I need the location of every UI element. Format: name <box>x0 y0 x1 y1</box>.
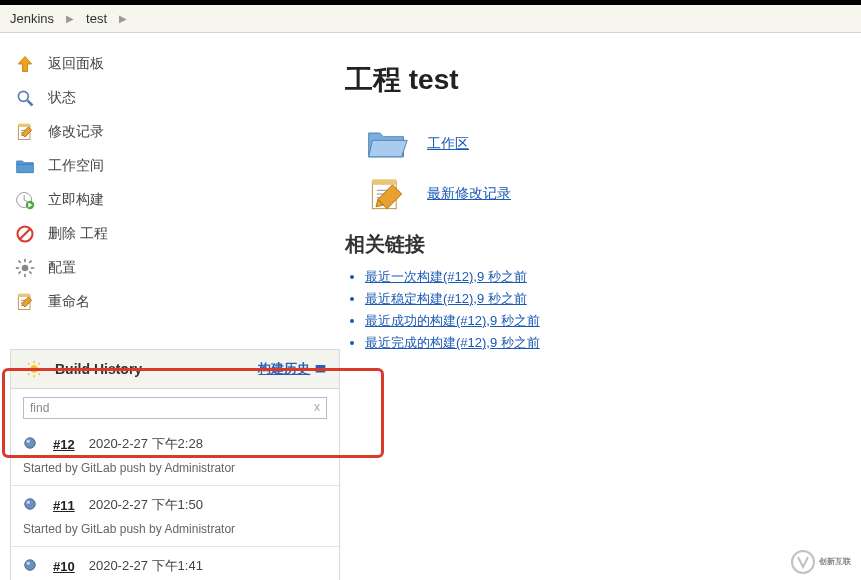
sidebar-item-configure[interactable]: 配置 <box>10 251 345 285</box>
svg-point-8 <box>22 265 29 272</box>
changes-link[interactable]: 最新修改记录 <box>427 185 511 203</box>
svg-line-1 <box>28 101 33 106</box>
folder-open-icon <box>365 125 409 163</box>
sidebar-item-label: 修改记录 <box>48 123 104 141</box>
status-ball-icon <box>23 558 39 574</box>
svg-line-7 <box>20 229 30 239</box>
sidebar-item-label: 返回面板 <box>48 55 104 73</box>
sidebar-item-changes[interactable]: 修改记录 <box>10 115 345 149</box>
sun-icon <box>23 358 45 380</box>
svg-rect-16 <box>18 271 22 275</box>
svg-rect-15 <box>29 260 33 264</box>
svg-line-25 <box>39 374 41 376</box>
svg-point-30 <box>25 499 36 510</box>
magnifier-icon <box>14 87 36 109</box>
svg-line-27 <box>28 374 30 376</box>
svg-rect-9 <box>24 259 26 262</box>
build-history-trend-link[interactable]: 构建历史 〓 <box>258 360 327 378</box>
sidebar-item-label: 配置 <box>48 259 76 277</box>
svg-point-29 <box>27 440 31 444</box>
sidebar-item-delete[interactable]: 删除 工程 <box>10 217 345 251</box>
sidebar-item-label: 立即构建 <box>48 191 104 209</box>
clock-play-icon <box>14 189 36 211</box>
related-links-section: 相关链接 最近一次构建(#12),9 秒之前 最近稳定构建(#12),9 秒之前… <box>345 231 841 354</box>
workspace-link[interactable]: 工作区 <box>427 135 469 153</box>
breadcrumb-item[interactable]: test <box>86 11 107 26</box>
build-number-link[interactable]: #11 <box>53 498 75 513</box>
folder-icon <box>14 155 36 177</box>
breadcrumb: Jenkins ▶ test ▶ <box>0 5 861 33</box>
changes-link-row[interactable]: 最新修改记录 <box>365 175 841 213</box>
build-cause: Started by GitLab push by Administrator <box>23 518 327 540</box>
chevron-right-icon: ▶ <box>119 13 127 24</box>
sidebar-item-label: 工作空间 <box>48 157 104 175</box>
related-link-item[interactable]: 最近一次构建(#12),9 秒之前 <box>365 266 841 288</box>
build-history-search[interactable]: find x <box>23 397 327 419</box>
main-content: 工程 test 工作区 最新修改记录 相关链接 <box>345 33 861 580</box>
gear-icon <box>14 257 36 279</box>
sidebar-item-status[interactable]: 状态 <box>10 81 345 115</box>
notepad-edit-icon <box>365 175 409 213</box>
sidebar-item-build-now[interactable]: 立即构建 <box>10 183 345 217</box>
svg-line-24 <box>28 363 30 365</box>
clear-search-icon[interactable]: x <box>314 400 320 414</box>
footer-brand: 创新互联 <box>791 550 851 574</box>
sidebar-item-label: 重命名 <box>48 293 90 311</box>
build-row[interactable]: #11 2020-2-27 下午1:50 Started by GitLab p… <box>11 486 339 547</box>
footer-brand-text: 创新互联 <box>819 558 851 566</box>
workspace-link-row[interactable]: 工作区 <box>365 125 841 163</box>
build-number-link[interactable]: #10 <box>53 559 75 574</box>
svg-rect-35 <box>372 179 396 185</box>
svg-point-28 <box>25 438 36 449</box>
no-entry-icon <box>14 223 36 245</box>
build-timestamp: 2020-2-27 下午1:41 <box>89 557 203 575</box>
svg-point-19 <box>30 365 38 373</box>
up-arrow-icon <box>14 53 36 75</box>
breadcrumb-item[interactable]: Jenkins <box>10 11 54 26</box>
svg-point-31 <box>27 501 31 505</box>
svg-rect-11 <box>16 267 19 269</box>
sidebar-item-rename[interactable]: 重命名 <box>10 285 345 319</box>
build-history-header: Build History 构建历史 〓 <box>11 350 339 389</box>
build-row[interactable]: #10 2020-2-27 下午1:41 Started by GitLab p… <box>11 547 339 580</box>
svg-point-32 <box>25 560 36 571</box>
build-row[interactable]: #12 2020-2-27 下午2:28 Started by GitLab p… <box>11 425 339 486</box>
build-cause: Started by GitLab push by Administrator <box>23 457 327 479</box>
build-number-link[interactable]: #12 <box>53 437 75 452</box>
page-title: 工程 test <box>345 61 841 99</box>
notepad-icon <box>14 121 36 143</box>
status-ball-icon <box>23 497 39 513</box>
svg-line-26 <box>39 363 41 365</box>
search-input[interactable]: find <box>30 401 49 415</box>
svg-rect-10 <box>24 274 26 277</box>
svg-rect-12 <box>31 267 34 269</box>
related-link-item[interactable]: 最近成功的构建(#12),9 秒之前 <box>365 310 841 332</box>
chevron-right-icon: ▶ <box>66 13 74 24</box>
notepad-icon <box>14 291 36 313</box>
sidebar-item-label: 删除 工程 <box>48 225 108 243</box>
related-link-item[interactable]: 最近完成的构建(#12),9 秒之前 <box>365 332 841 354</box>
build-timestamp: 2020-2-27 下午2:28 <box>89 435 203 453</box>
build-history-title: Build History <box>55 361 142 377</box>
sidebar-item-label: 状态 <box>48 89 76 107</box>
sidebar-item-back[interactable]: 返回面板 <box>10 47 345 81</box>
svg-rect-14 <box>29 271 33 275</box>
svg-point-0 <box>18 91 28 101</box>
sidebar: 返回面板 状态 修改记录 工作空间 <box>0 33 345 580</box>
svg-rect-13 <box>18 260 22 264</box>
svg-point-36 <box>792 551 814 573</box>
build-history-panel: Build History 构建历史 〓 find x #12 2020-2-2… <box>10 349 340 580</box>
status-ball-icon <box>23 436 39 452</box>
sidebar-item-workspace[interactable]: 工作空间 <box>10 149 345 183</box>
related-heading: 相关链接 <box>345 231 841 258</box>
build-timestamp: 2020-2-27 下午1:50 <box>89 496 203 514</box>
svg-point-33 <box>27 562 31 566</box>
related-link-item[interactable]: 最近稳定构建(#12),9 秒之前 <box>365 288 841 310</box>
